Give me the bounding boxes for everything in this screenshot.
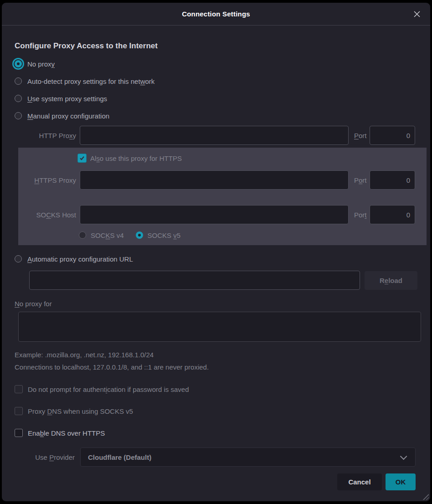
highlighted-region: Also use this proxy for HTTPS HTTPS Prox… (18, 148, 427, 245)
https-port-label: Port (354, 176, 366, 184)
checkbox-dns-over-https[interactable]: Enable DNS over HTTPS (15, 428, 417, 438)
dialog-title: Connection Settings (182, 10, 250, 18)
provider-dropdown[interactable]: Cloudflare (Default) (80, 447, 416, 467)
socks-host-input[interactable] (80, 205, 349, 224)
dns-over-https-label[interactable]: Enable DNS over HTTPS (28, 429, 105, 437)
socks-version-group: SOCKS v4 SOCKS v5 (79, 231, 415, 240)
proxy-mode-group: No proxy Auto-detect proxy settings for … (15, 58, 417, 121)
close-button[interactable] (410, 7, 424, 21)
radio-unselected-icon[interactable] (15, 77, 22, 85)
socks-port-input[interactable] (370, 205, 415, 224)
radio-auto-url-label[interactable]: Automatic proxy configuration URL (27, 255, 133, 263)
radio-auto-url[interactable]: Automatic proxy configuration URL (15, 253, 417, 264)
socks-v5-label[interactable]: SOCKS v5 (148, 231, 181, 239)
localhost-note-text: Connections to localhost, 127.0.0.1/8, a… (15, 363, 417, 371)
https-port-input[interactable] (370, 170, 415, 190)
use-provider-label: Use Provider (15, 453, 75, 461)
reload-button[interactable]: Reload (365, 271, 417, 290)
section-heading: Configure Proxy Access to the Internet (15, 41, 417, 51)
socks-host-label: SOCKS Host (18, 211, 76, 219)
checkbox-no-prompt-auth[interactable]: Do not prompt for authentication if pass… (15, 384, 417, 394)
https-proxy-label: HTTPS Proxy (18, 176, 76, 184)
radio-unselected-icon[interactable] (15, 112, 22, 119)
doh-provider-row: Use Provider Cloudflare (Default) (15, 447, 417, 467)
radio-no-proxy-label[interactable]: No proxy (27, 60, 55, 68)
http-proxy-label: HTTP Proxy (18, 132, 76, 139)
radio-unselected-icon[interactable] (15, 255, 22, 262)
socks-port-label: Port (354, 211, 366, 219)
provider-dropdown-value: Cloudflare (Default) (88, 453, 400, 461)
dialog-content: Configure Proxy Access to the Internet N… (2, 41, 430, 490)
radio-unselected-icon[interactable] (15, 95, 22, 102)
chevron-down-icon (400, 453, 407, 460)
unchecked-checkbox-icon[interactable] (15, 407, 23, 415)
ok-button[interactable]: OK (386, 473, 416, 490)
http-proxy-row: HTTP Proxy Port (18, 126, 415, 145)
radio-socks-v5[interactable]: SOCKS v5 (136, 231, 181, 239)
cancel-button[interactable]: Cancel (337, 473, 382, 490)
proxy-dns-socks5-label[interactable]: Proxy DNS when using SOCKS v5 (28, 407, 133, 415)
no-prompt-auth-label[interactable]: Do not prompt for authentication if pass… (28, 386, 189, 393)
radio-system-proxy-label[interactable]: Use system proxy settings (27, 95, 107, 103)
http-port-input[interactable] (370, 126, 415, 145)
radio-auto-detect[interactable]: Auto-detect proxy settings for this netw… (15, 76, 417, 87)
socks-host-row: SOCKS Host Port (18, 205, 415, 224)
socks-v4-label[interactable]: SOCKS v4 (91, 231, 124, 239)
https-proxy-input[interactable] (80, 170, 349, 190)
auto-config-url-row: Reload (29, 271, 417, 290)
also-https-label[interactable]: Also use this proxy for HTTPS (90, 154, 182, 162)
radio-manual-proxy-label[interactable]: Manual proxy configuration (27, 112, 109, 120)
radio-socks-v4[interactable]: SOCKS v4 (79, 231, 124, 239)
radio-no-proxy[interactable]: No proxy (15, 58, 417, 69)
no-proxy-example-text: Example: .mozilla.org, .net.nz, 192.168.… (15, 351, 417, 359)
titlebar: Connection Settings (2, 3, 430, 26)
http-port-label: Port (354, 132, 366, 139)
no-proxy-for-label: No proxy for (15, 300, 417, 308)
unchecked-checkbox-icon[interactable] (15, 429, 23, 437)
no-proxy-for-textarea[interactable] (18, 312, 421, 342)
radio-auto-detect-label[interactable]: Auto-detect proxy settings for this netw… (27, 77, 154, 85)
auto-config-url-input[interactable] (29, 271, 360, 290)
http-proxy-input[interactable] (80, 126, 349, 145)
radio-system-proxy[interactable]: Use system proxy settings (15, 93, 417, 104)
radio-manual-proxy[interactable]: Manual proxy configuration (15, 110, 417, 121)
dialog-footer: Cancel OK (15, 473, 417, 490)
checkmark-icon (79, 155, 85, 161)
radio-selected-icon[interactable] (136, 231, 143, 239)
https-proxy-row: HTTPS Proxy Port (18, 170, 415, 190)
radio-selected-icon[interactable] (15, 60, 22, 67)
radio-unselected-icon[interactable] (79, 231, 86, 239)
checkbox-proxy-dns-socks5[interactable]: Proxy DNS when using SOCKS v5 (15, 406, 417, 416)
checked-checkbox-icon[interactable] (77, 154, 87, 163)
close-icon (413, 10, 421, 18)
unchecked-checkbox-icon[interactable] (15, 385, 23, 393)
resize-grip[interactable] (422, 493, 429, 500)
also-https-row[interactable]: Also use this proxy for HTTPS (77, 153, 415, 163)
connection-settings-dialog: Connection Settings Configure Proxy Acce… (2, 3, 430, 501)
